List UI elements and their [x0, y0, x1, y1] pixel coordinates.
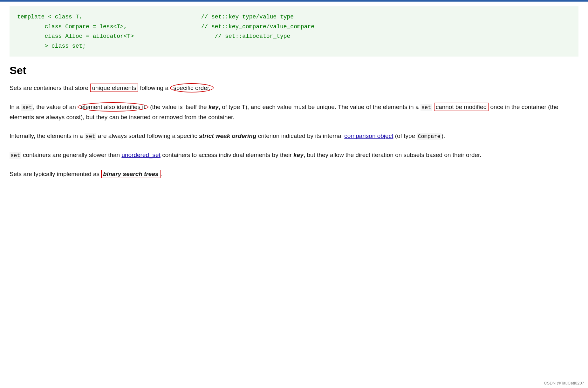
- p4-text-2: containers to access individual elements…: [161, 152, 482, 158]
- p3-text-4: ).: [441, 133, 445, 139]
- code-line-4: > class set;: [17, 41, 571, 51]
- p2-code-set: set: [21, 104, 33, 111]
- p2-text-2: , the value of an: [33, 104, 78, 110]
- paragraph-3: Internally, the elements in a set are al…: [10, 131, 578, 141]
- p3-bold-italic: strict weak ordering: [199, 133, 256, 139]
- code-indent: [17, 22, 44, 32]
- p2-text-4: [432, 104, 434, 110]
- paragraph-4: set containers are generally slower than…: [10, 150, 578, 160]
- code-block: template < class T, // set::key_type/val…: [10, 6, 578, 57]
- code-text: template < class T,: [17, 12, 82, 22]
- p3-code-set: set: [85, 133, 96, 140]
- p1-highlight-box: unique elements: [90, 84, 138, 92]
- top-border: [0, 0, 588, 2]
- code-indent: [17, 41, 44, 51]
- p3-code-compare: Compare: [417, 133, 441, 140]
- p4-link-unordered-set[interactable]: unordered_set: [121, 152, 161, 158]
- code-line-1: template < class T, // set::key_type/val…: [17, 12, 571, 22]
- p3-text-3: (of type: [393, 133, 417, 139]
- paragraph-1: Sets are containers that store unique el…: [10, 83, 578, 93]
- code-text: > class set;: [44, 41, 86, 51]
- p2-highlight-box: cannot be modified: [434, 103, 489, 111]
- paragraph-2: In a set, the value of an element also i…: [10, 102, 578, 122]
- p1-text-1: Sets are containers that store: [10, 85, 90, 91]
- p5-text-1: Sets are typically implemented as: [10, 171, 101, 177]
- code-line-3: class Alloc = allocator<T> // set::alloc…: [17, 31, 571, 41]
- p2-bold-key: key: [209, 104, 219, 110]
- p1-highlight-oval: specific order.: [170, 83, 214, 92]
- code-text: class Alloc = allocator<T>: [44, 31, 134, 41]
- p3-text-1: Internally, the elements in a: [10, 133, 85, 139]
- watermark: CSDN @TauCeti0207: [544, 381, 584, 385]
- p1-text-2: following a: [138, 85, 170, 91]
- p3-link-comparison-object[interactable]: comparison object: [344, 133, 393, 139]
- p2-code-set2: set: [420, 104, 432, 111]
- p2-text-3: (the value is itself the key, of type T)…: [148, 104, 420, 110]
- code-comment-1: // set::key_type/value_type: [101, 12, 294, 22]
- p4-bold-key: key: [293, 152, 304, 158]
- p2-highlight-oval: element also identifies it: [78, 102, 148, 112]
- p3-text-2: are always sorted following a specific s…: [96, 133, 344, 139]
- paragraph-5: Sets are typically implemented as binary…: [10, 169, 578, 179]
- p4-code-set: set: [10, 152, 21, 159]
- p5-highlight-box: binary search trees: [101, 170, 160, 178]
- p5-text-2: .: [161, 171, 162, 177]
- p4-text-1: containers are generally slower than: [21, 152, 122, 158]
- code-comment-2: // set::key_compare/value_compare: [146, 22, 314, 32]
- p2-text-1: In a: [10, 104, 21, 110]
- p5-bold-italic: binary search trees: [103, 171, 158, 177]
- section-heading: Set: [10, 64, 578, 77]
- code-comment-3: // set::allocator_type: [153, 31, 290, 41]
- code-line-2: class Compare = less<T>, // set::key_com…: [17, 22, 571, 32]
- code-text: class Compare = less<T>,: [44, 22, 127, 32]
- code-indent: [17, 31, 44, 41]
